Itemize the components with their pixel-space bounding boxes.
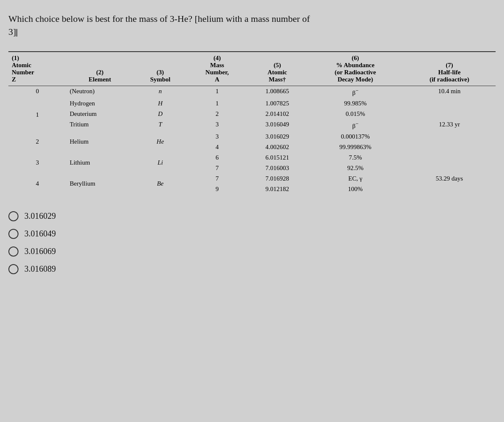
element-cell: Tritium	[66, 119, 134, 131]
element-cell: Helium	[66, 131, 134, 152]
abundance-cell: β−	[307, 86, 403, 98]
choice-label-3: 3.016069	[24, 246, 56, 256]
table-row: Tritium T 3 3.016049 β− 12.33 yr	[8, 119, 496, 131]
symbol-cell: Li	[134, 152, 187, 173]
halflife-cell	[403, 109, 496, 119]
abundance-cell: 0.015%	[307, 109, 403, 119]
table-row: 4 Beryllium Be 7 7.016928 EC, γ 53.29 da…	[8, 173, 496, 184]
symbol-cell: n	[134, 86, 187, 98]
mass-number-cell: 1	[187, 98, 247, 109]
halflife-cell	[403, 152, 496, 163]
atomic-number-cell: 2	[8, 131, 66, 152]
atomic-number-cell: 4	[8, 173, 66, 194]
element-cell: Lithium	[66, 152, 134, 173]
atomic-mass-cell: 6.015121	[247, 152, 307, 163]
symbol-cell: Be	[134, 173, 187, 194]
element-cell: (Neutron)	[66, 86, 134, 98]
col-atomic-number: (1)AtomicNumberZ	[8, 52, 66, 86]
col-element: (2)Element	[66, 52, 134, 86]
radio-button-3[interactable]	[8, 246, 18, 257]
table-row: 0 (Neutron) n 1 1.008665 β− 10.4 min	[8, 86, 496, 98]
col-atomic-mass: (5)AtomicMass†	[247, 52, 307, 86]
choice-item-4[interactable]: 3.016089	[8, 264, 496, 274]
abundance-cell: 92.5%	[307, 163, 403, 173]
question-text: Which choice below is best for the mass …	[8, 13, 496, 39]
radio-button-2[interactable]	[8, 229, 18, 239]
abundance-cell: 0.000137%	[307, 131, 403, 142]
mass-number-cell: 3	[187, 131, 247, 142]
choice-item-3[interactable]: 3.016069	[8, 246, 496, 257]
question-container: Which choice below is best for the mass …	[8, 13, 496, 39]
mass-number-cell: 6	[187, 152, 247, 163]
halflife-cell	[403, 184, 496, 194]
abundance-cell: 100%	[307, 184, 403, 194]
halflife-cell: 53.29 days	[403, 173, 496, 184]
abundance-cell: β−	[307, 119, 403, 131]
atomic-mass-cell: 3.016049	[247, 119, 307, 131]
atomic-mass-cell: 7.016928	[247, 173, 307, 184]
abundance-cell: 99.985%	[307, 98, 403, 109]
choice-label-2: 3.016049	[24, 229, 56, 239]
element-cell: Beryllium	[66, 173, 134, 194]
reference-table: (1)AtomicNumberZ (2)Element (3)Symbol (4…	[8, 51, 496, 194]
mass-number-cell: 1	[187, 86, 247, 98]
atomic-mass-cell: 3.016029	[247, 131, 307, 142]
halflife-cell	[403, 98, 496, 109]
atomic-mass-cell: 1.008665	[247, 86, 307, 98]
choice-item-2[interactable]: 3.016049	[8, 229, 496, 239]
mass-number-cell: 4	[187, 142, 247, 152]
table-header-row: (1)AtomicNumberZ (2)Element (3)Symbol (4…	[8, 52, 496, 86]
mass-number-cell: 2	[187, 109, 247, 119]
symbol-cell: He	[134, 131, 187, 152]
choice-item-1[interactable]: 3.016029	[8, 211, 496, 221]
symbol-cell: T	[134, 119, 187, 131]
mass-number-cell: 7	[187, 173, 247, 184]
abundance-cell: 7.5%	[307, 152, 403, 163]
col-abundance: (6)% Abundance(or RadioactiveDecay Mode)	[307, 52, 403, 86]
col-halflife: (7)Half-life(if radioactive)	[403, 52, 496, 86]
atomic-mass-cell: 2.014102	[247, 109, 307, 119]
abundance-cell: 99.999863%	[307, 142, 403, 152]
table-row: 2 Helium He 3 3.016029 0.000137%	[8, 131, 496, 142]
halflife-cell: 10.4 min	[403, 86, 496, 98]
atomic-mass-cell: 9.012182	[247, 184, 307, 194]
mass-number-cell: 3	[187, 119, 247, 131]
atomic-number-cell: 3	[8, 152, 66, 173]
answer-choices: 3.016029 3.016049 3.016069 3.016089	[8, 211, 496, 274]
table-row: Deuterium D 2 2.014102 0.015%	[8, 109, 496, 119]
symbol-cell: D	[134, 109, 187, 119]
halflife-cell	[403, 163, 496, 173]
mass-number-cell: 7	[187, 163, 247, 173]
atomic-number-cell: 0	[8, 86, 66, 98]
choice-label-1: 3.016029	[24, 211, 56, 221]
abundance-cell: EC, γ	[307, 173, 403, 184]
radio-button-1[interactable]	[8, 211, 18, 221]
halflife-cell	[403, 142, 496, 152]
col-mass-number: (4)MassNumber,A	[187, 52, 247, 86]
table-row: 1 Hydrogen H 1 1.007825 99.985%	[8, 98, 496, 109]
choice-label-4: 3.016089	[24, 264, 56, 274]
element-cell: Deuterium	[66, 109, 134, 119]
halflife-cell: 12.33 yr	[403, 119, 496, 131]
mass-number-cell: 9	[187, 184, 247, 194]
atomic-mass-cell: 4.002602	[247, 142, 307, 152]
element-cell: Hydrogen	[66, 98, 134, 109]
atomic-mass-cell: 1.007825	[247, 98, 307, 109]
col-symbol: (3)Symbol	[134, 52, 187, 86]
radio-button-4[interactable]	[8, 264, 18, 274]
atomic-number-cell: 1	[8, 98, 66, 131]
table-row: 3 Lithium Li 6 6.015121 7.5%	[8, 152, 496, 163]
text-cursor	[16, 29, 17, 37]
symbol-cell: H	[134, 98, 187, 109]
halflife-cell	[403, 131, 496, 142]
atomic-mass-cell: 7.016003	[247, 163, 307, 173]
